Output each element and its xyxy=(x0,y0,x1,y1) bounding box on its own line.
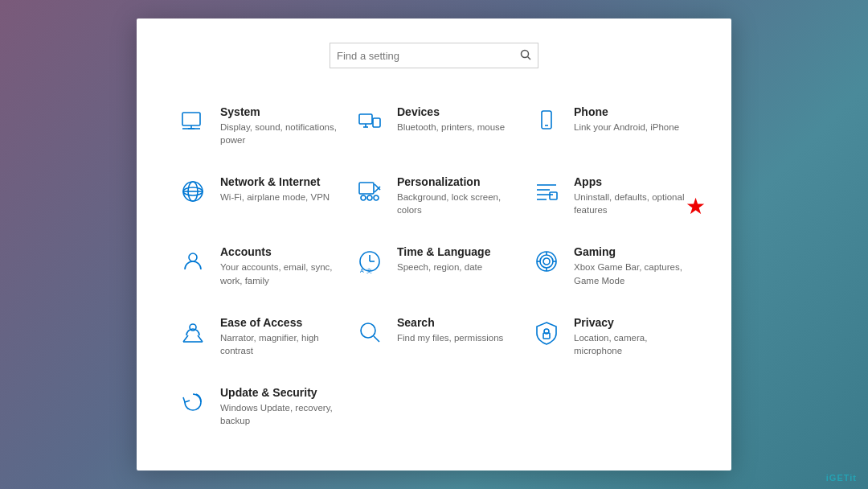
personalization-icon xyxy=(354,175,386,208)
system-desc: Display, sound, notifications, power xyxy=(220,121,338,146)
svg-point-21 xyxy=(374,195,379,200)
search-icon xyxy=(354,316,386,348)
settings-window: SystemDisplay, sound, notifications, pow… xyxy=(137,18,731,471)
svg-line-41 xyxy=(183,335,188,342)
svg-rect-26 xyxy=(550,192,557,199)
devices-desc: Bluetooth, printers, mouse xyxy=(397,121,505,134)
search-desc: Find my files, permissions xyxy=(397,331,503,344)
apps-icon xyxy=(530,175,563,208)
settings-item-phone[interactable]: PhoneLink your Android, iPhone xyxy=(522,94,699,158)
search-bar[interactable] xyxy=(330,43,538,68)
privacy-desc: Location, camera, microphone xyxy=(574,331,691,357)
settings-item-apps[interactable]: AppsUninstall, defaults, optional featur… xyxy=(522,164,699,228)
accounts-icon xyxy=(177,245,209,277)
gaming-title: Gaming xyxy=(574,245,691,258)
devices-title: Devices xyxy=(397,105,505,118)
update-desc: Windows Update, recovery, backup xyxy=(220,401,338,427)
ease-title: Ease of Access xyxy=(220,316,338,329)
svg-point-19 xyxy=(361,195,366,200)
update-icon xyxy=(177,386,209,418)
svg-rect-7 xyxy=(373,118,380,127)
time-title: Time & Language xyxy=(397,245,490,258)
settings-item-search[interactable]: SearchFind my files, permissions xyxy=(346,305,522,368)
apps-desc: Uninstall, defaults, optional features xyxy=(574,191,691,216)
apps-title: Apps xyxy=(574,175,691,188)
gaming-icon xyxy=(530,245,563,277)
svg-line-1 xyxy=(528,56,531,60)
settings-item-accounts[interactable]: AccountsYour accounts, email, sync, work… xyxy=(169,234,346,298)
phone-desc: Link your Android, iPhone xyxy=(574,121,679,134)
svg-point-0 xyxy=(522,50,529,57)
svg-line-42 xyxy=(198,335,203,342)
svg-rect-6 xyxy=(359,114,372,124)
settings-item-personalization[interactable]: PersonalizationBackground, lock screen, … xyxy=(346,164,522,228)
ease-icon xyxy=(177,316,209,348)
ease-desc: Narrator, magnifier, high contrast xyxy=(220,331,338,357)
phone-icon xyxy=(530,105,563,138)
time-icon: A文 xyxy=(354,245,386,277)
privacy-icon xyxy=(530,316,563,348)
settings-item-network[interactable]: Network & InternetWi-Fi, airplane mode, … xyxy=(169,164,346,228)
search-input[interactable] xyxy=(337,50,520,62)
devices-icon xyxy=(354,105,386,138)
settings-item-time[interactable]: A文Time & LanguageSpeech, region, date xyxy=(346,234,522,298)
accounts-title: Accounts xyxy=(220,245,338,258)
settings-item-update[interactable]: Update & SecurityWindows Update, recover… xyxy=(169,375,346,438)
svg-rect-2 xyxy=(182,113,200,125)
svg-rect-16 xyxy=(359,183,374,194)
svg-point-34 xyxy=(540,255,553,268)
update-title: Update & Security xyxy=(220,386,338,399)
svg-text:A: A xyxy=(360,268,364,273)
watermark: iGETit xyxy=(826,473,857,483)
personalization-title: Personalization xyxy=(397,175,514,188)
svg-point-44 xyxy=(361,323,375,338)
personalization-desc: Background, lock screen, colors xyxy=(397,191,514,216)
system-title: System xyxy=(220,105,338,118)
svg-point-20 xyxy=(367,195,372,200)
settings-item-system[interactable]: SystemDisplay, sound, notifications, pow… xyxy=(169,94,346,158)
svg-point-27 xyxy=(189,253,197,261)
search-title: Search xyxy=(397,316,503,329)
network-icon xyxy=(177,175,209,208)
privacy-title: Privacy xyxy=(574,316,691,329)
settings-item-privacy[interactable]: PrivacyLocation, camera, microphone xyxy=(522,305,699,368)
svg-point-35 xyxy=(543,258,550,265)
phone-title: Phone xyxy=(574,105,679,118)
network-title: Network & Internet xyxy=(220,175,330,188)
time-desc: Speech, region, date xyxy=(397,261,490,273)
gaming-desc: Xbox Game Bar, captures, Game Mode xyxy=(574,261,691,286)
settings-item-ease[interactable]: Ease of AccessNarrator, magnifier, high … xyxy=(169,305,346,368)
svg-line-45 xyxy=(374,336,379,342)
svg-text:文: 文 xyxy=(366,268,372,273)
settings-grid: SystemDisplay, sound, notifications, pow… xyxy=(169,94,699,438)
accounts-desc: Your accounts, email, sync, work, family xyxy=(220,261,338,286)
search-icon xyxy=(520,49,531,63)
network-desc: Wi-Fi, airplane mode, VPN xyxy=(220,191,330,203)
system-icon xyxy=(177,105,209,138)
settings-item-gaming[interactable]: GamingXbox Game Bar, captures, Game Mode xyxy=(522,234,699,298)
settings-item-devices[interactable]: DevicesBluetooth, printers, mouse xyxy=(346,94,522,158)
